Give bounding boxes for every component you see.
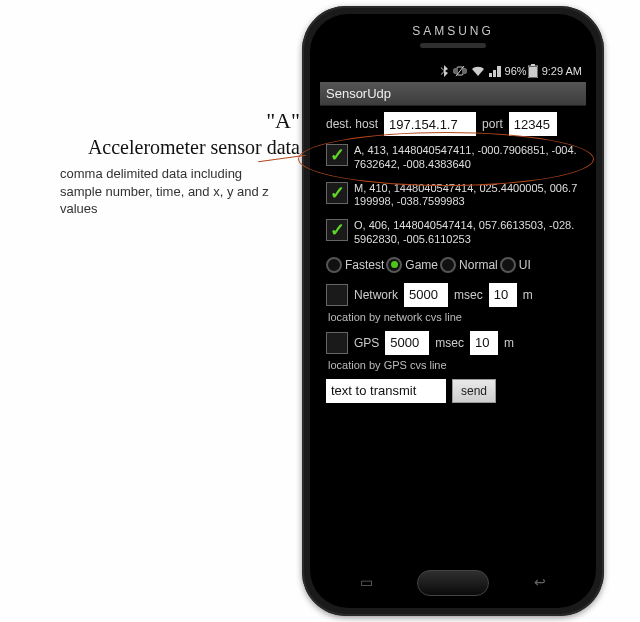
send-button[interactable]: send: [452, 379, 496, 403]
dest-host-input[interactable]: [384, 112, 476, 136]
battery-pct: 96%: [505, 65, 527, 77]
gps-checkbox[interactable]: [326, 332, 348, 354]
gps-label: GPS: [354, 336, 379, 350]
gps-distance-input[interactable]: [470, 331, 498, 355]
bluetooth-icon: [441, 65, 449, 77]
vibrate-icon: [453, 65, 467, 77]
gps-interval-input[interactable]: [385, 331, 429, 355]
orient-checkbox[interactable]: [326, 219, 348, 241]
rate-fastest[interactable]: Fastest: [326, 257, 384, 273]
radio-icon: [440, 257, 456, 273]
network-interval-input[interactable]: [404, 283, 448, 307]
rate-normal[interactable]: Normal: [440, 257, 498, 273]
back-button[interactable]: ↩: [534, 574, 546, 590]
signal-icon: [489, 66, 501, 77]
orient-data: O, 406, 1448040547414, 057.6613503, -028…: [354, 219, 580, 247]
network-distance-input[interactable]: [489, 283, 517, 307]
battery-indicator: 96%: [505, 64, 538, 78]
network-checkbox[interactable]: [326, 284, 348, 306]
annotation-subtitle: comma delimited data including sample nu…: [60, 165, 270, 218]
dest-port-label: port: [482, 117, 503, 131]
network-interval-unit: msec: [454, 288, 483, 302]
network-label: Network: [354, 288, 398, 302]
sensor-row-accel: A, 413, 1448040547411, -000.7906851, -00…: [326, 144, 580, 172]
phone-frame: SAMSUNG 96%: [302, 6, 604, 616]
status-bar: 96% 9:29 AM: [320, 60, 586, 82]
transmit-input[interactable]: [326, 379, 446, 403]
svg-rect-4: [529, 67, 537, 77]
dest-port-input[interactable]: [509, 112, 557, 136]
home-button[interactable]: [417, 570, 489, 596]
rate-radio-group: Fastest Game Normal UI: [326, 257, 580, 273]
phone-screen: 96% 9:29 AM SensorUdp dest. host port: [320, 60, 586, 554]
rate-label: UI: [519, 258, 531, 272]
status-time: 9:29 AM: [542, 65, 582, 77]
rate-label: Normal: [459, 258, 498, 272]
sensor-row-orient: O, 406, 1448040547414, 057.6613503, -028…: [326, 219, 580, 247]
radio-icon: [500, 257, 516, 273]
rate-label: Fastest: [345, 258, 384, 272]
app-titlebar: SensorUdp: [320, 82, 586, 106]
sensor-row-mag: M, 410, 1448040547414, 025.4400005, 006.…: [326, 182, 580, 210]
wifi-icon: [471, 66, 485, 77]
radio-icon: [326, 257, 342, 273]
phone-earpiece: [420, 43, 486, 48]
network-hint: location by network cvs line: [328, 311, 580, 323]
rate-label: Game: [405, 258, 438, 272]
rate-game[interactable]: Game: [386, 257, 438, 273]
accel-data: A, 413, 1448040547411, -000.7906851, -00…: [354, 144, 580, 172]
gps-distance-unit: m: [504, 336, 514, 350]
mag-checkbox[interactable]: [326, 182, 348, 204]
phone-brand: SAMSUNG: [310, 14, 596, 38]
gps-interval-unit: msec: [435, 336, 464, 350]
dest-host-label: dest. host: [326, 117, 378, 131]
radio-icon: [386, 257, 402, 273]
annotation-letter: "A": [20, 108, 300, 134]
rate-ui[interactable]: UI: [500, 257, 531, 273]
accel-checkbox[interactable]: [326, 144, 348, 166]
mag-data: M, 410, 1448040547414, 025.4400005, 006.…: [354, 182, 580, 210]
recent-apps-button[interactable]: ▭: [360, 574, 373, 590]
gps-hint: location by GPS cvs line: [328, 359, 580, 371]
network-distance-unit: m: [523, 288, 533, 302]
annotation-title: Accelerometer sensor data: [20, 136, 300, 159]
app-title: SensorUdp: [326, 86, 391, 101]
